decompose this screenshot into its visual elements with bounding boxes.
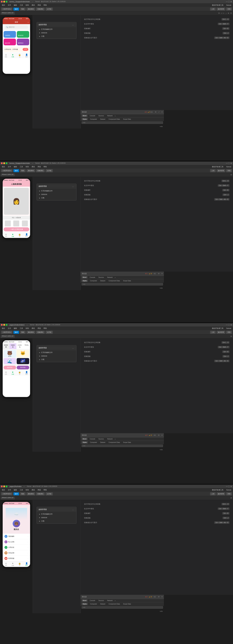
three-dots-icon-4[interactable]: ... [71,508,74,510]
maximize-btn-2[interactable] [6,162,7,164]
style-1[interactable] [5,220,11,226]
compile-btn-4[interactable]: 编译 [13,492,19,495]
real-debug-btn-3[interactable]: 真机调试 [26,331,35,334]
panel-component-data-3[interactable]: Component Data [107,441,121,444]
nav-lock-4[interactable]: 🔒锁 [18,562,21,566]
menu-wechat-tools-3[interactable]: 微信开发者工具 [211,327,225,330]
feat-item-2[interactable]: 标准话语 [17,31,29,38]
preview-btn-2[interactable]: 预览 [20,169,26,172]
tab-network-3[interactable]: Network [106,438,114,440]
menu-project-3[interactable]: 项目 [0,327,6,330]
switch-debug-btn-4[interactable]: 切换调试 [36,492,45,495]
sticker-2[interactable]: 🐱 [17,350,29,358]
close-icon-5[interactable]: ✕ [230,485,232,488]
ctx-item-open-files-3[interactable]: ▶打开的编辑文件 [37,350,76,354]
device-selector-2[interactable]: iPhone 5 100% 16+ [1,174,15,176]
settings-icon-4[interactable]: ⚙ [158,596,160,598]
style-2[interactable] [13,220,19,226]
search-bar[interactable]: 🔍 搜索内容 [5,26,28,28]
details-btn-4[interactable]: 详情 [226,492,232,495]
nav-me[interactable]: 👤 我的 [25,54,28,58]
panel-styles-2[interactable]: Styles [81,280,88,282]
close-icon-2[interactable]: ✕ [230,0,232,3]
simulator-selector-2[interactable]: 小程序代码 ▾ [1,169,12,172]
expand-icon[interactable]: ⤢ [158,111,160,113]
ctx-item-bear-2[interactable]: ▶大熊 [37,196,76,200]
close-devtools-icon[interactable]: ✕ [161,111,163,113]
menu-project-4[interactable]: 项目 [0,488,6,491]
tab-sources-1[interactable]: Sources [97,115,105,117]
version-mgmt-btn-4[interactable]: 版本管理 [217,492,225,495]
close-icon-3[interactable]: ✕ [230,162,232,165]
upload-btn-4[interactable]: 上传 [210,492,216,495]
sticker-3[interactable]: 🌊 [3,358,16,364]
restore-icon-4[interactable]: □ [228,485,230,488]
details-btn-2[interactable]: 详情 [226,169,232,172]
minimize-icon-2[interactable]: ─ [226,162,228,164]
menu-help-4[interactable]: 帮助 [42,488,48,491]
preview-btn-3[interactable]: 预览 [20,331,26,334]
menu-goto[interactable]: 转到 [24,4,30,6]
tab-console-4[interactable]: Console [88,600,96,602]
menu-help-2[interactable]: 帮助 [42,165,48,168]
ctx-item-open-files[interactable]: ▶ 打开的编辑文件 [37,28,76,31]
menu-icon[interactable]: ☰ [230,12,232,14]
ctx-item-xanxai-3[interactable]: ▶XANXAI [37,354,76,358]
ctx-item-bear-3[interactable]: ▶大熊 [37,358,76,361]
simulator-selector-3[interactable]: 小程序代码 ▾ [1,331,12,334]
menu-file-2[interactable]: 文件 [6,165,12,168]
style-3[interactable] [22,220,28,226]
feat-item-3[interactable]: 滤女语录 [3,38,16,45]
minimize-btn-3[interactable] [3,324,5,326]
menu-interface-3[interactable]: 界面 [36,327,42,330]
nav-me-4[interactable]: 👤我的 [25,562,28,566]
panel-scope-data-3[interactable]: Scope Data [122,441,132,444]
restore-icon-3[interactable]: □ [228,324,230,326]
menu-edit-2[interactable]: 编辑 [12,165,18,168]
menu-project-2[interactable]: 项目 [0,165,6,168]
minimize-icon-3[interactable]: ─ [226,324,228,326]
tab-network-4[interactable]: Network [106,600,114,602]
upload-btn-3[interactable]: 上传 [210,331,216,334]
tab-4[interactable]: 节日礼 [23,343,30,349]
tab-wxml-4[interactable]: Wxml [81,600,88,602]
panel-component-data-2[interactable]: Component Data [107,280,121,282]
preview-btn[interactable]: 预览 [20,8,26,10]
nav-me-2[interactable]: 👤我的 [25,233,28,237]
upload-btn-2[interactable]: 上传 [210,169,216,172]
ctx-item-xanxai-4[interactable]: ▶XANXAI [37,516,76,519]
tab-network-2[interactable]: Network [106,276,114,278]
settings-icon[interactable]: ⚙ [155,111,156,113]
tab-1[interactable]: 发朋友圈 [3,343,9,349]
more-icon[interactable]: ··· [27,21,29,24]
ctx-item-bear-4[interactable]: ▶大熊 [37,519,76,523]
close-icon-4[interactable]: ✕ [230,324,232,326]
refresh-icon-2[interactable]: ⟳ [231,174,232,176]
menu-wechat-tools[interactable]: 微信开发者工具 [211,4,225,6]
menu-xanxai[interactable]: Xanxai [225,4,233,6]
menu-debug-4[interactable]: 调试 [30,488,36,491]
ctx-item-xanxai-2[interactable]: ▶XANXAI [37,193,76,196]
menu-edit[interactable]: 编辑 [12,4,18,6]
close-devtools-icon-4[interactable]: ✕ [161,596,163,598]
tab-console-3[interactable]: Console [88,438,96,440]
switch-debug-btn-2[interactable]: 切换调试 [36,169,45,172]
panel-dataset-3[interactable]: Dataset [99,441,106,444]
real-debug-btn-2[interactable]: 真机调试 [26,169,35,172]
make-same-btn-1[interactable]: 制作同款 [3,366,16,370]
menu-file-3[interactable]: 文件 [6,327,12,330]
device-selector-3[interactable]: iPhone 5 100% 16+ [1,335,15,338]
settings-icon-3[interactable]: ⚙ [158,434,160,436]
details-btn[interactable]: 详情 [226,8,232,10]
settings-icon-2[interactable]: ⚙ [158,273,160,274]
menu-goto-3[interactable]: 转到 [24,327,30,330]
sticker-1[interactable]: 🐻 BEAR [3,350,16,358]
nav-lock[interactable]: 🔒 锁 [18,54,21,58]
menu-xanxai-4[interactable]: Xanxai [225,489,233,491]
menu-item-contact[interactable]: ☎ 联系客服 › [3,556,30,561]
panel-styles-4[interactable]: Styles [81,603,88,605]
minimize-btn-4[interactable] [3,486,5,487]
compile-btn-2[interactable]: 编译 [13,169,19,172]
cloud-dev-btn-2[interactable]: 云开发 [46,169,53,172]
compile-btn[interactable]: 编译 [13,8,19,10]
